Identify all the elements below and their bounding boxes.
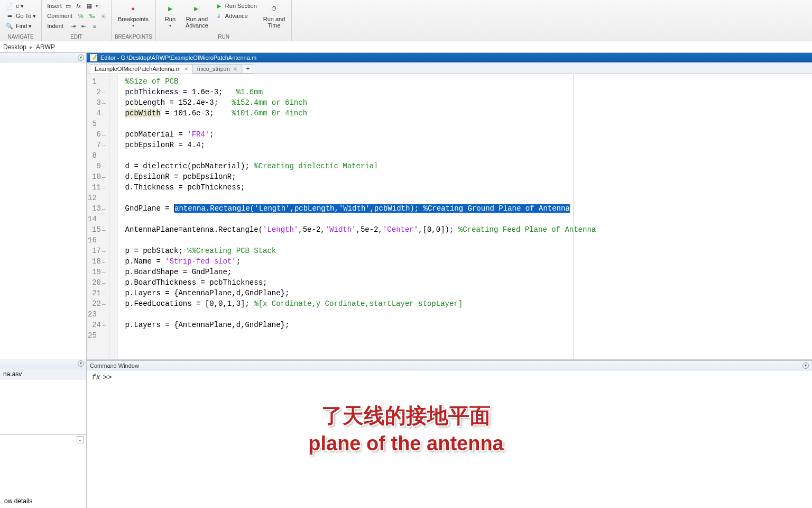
play-advance-icon: ▶| — [190, 2, 203, 15]
outdent-icon: ⇤ — [80, 22, 88, 30]
ribbon-toolbar: 📄e ▾ ➡Go To ▾ 🔍Find ▾ NAVIGATE Insert▭fx… — [0, 0, 812, 41]
run-section-button[interactable]: ▶Run Section — [213, 1, 259, 11]
main-area: ▾ ▾ na.asv ⌄ ow details 📝 Editor - G:\De… — [0, 53, 812, 508]
line-gutter: 1 2— 3— 4— 5 6— 7— 8 9— 10— 11— 12 13— 1… — [87, 74, 109, 359]
breakpoints-button[interactable]: ● Breakpoints▾ — [115, 1, 152, 29]
command-window[interactable]: fx >> — [87, 370, 812, 508]
command-prompt: >> — [103, 373, 112, 381]
editor-panel: 📝 Editor - G:\Desktop\ARWP\ExampleOfMicr… — [87, 53, 812, 508]
breadcrumb-item[interactable]: Desktop — [3, 43, 26, 51]
panel-header: ▾ — [0, 53, 86, 62]
group-label-run: RUN — [159, 33, 288, 41]
play-icon: ▶ — [164, 2, 177, 15]
current-folder-panel: ▾ ▾ na.asv ⌄ ow details — [0, 53, 87, 508]
panel-header: ▾ — [0, 359, 86, 368]
advance-icon: ⇓ — [215, 12, 223, 20]
clock-icon: ⏱ — [268, 2, 281, 15]
breakpoint-column[interactable] — [109, 74, 118, 359]
close-icon[interactable]: ✕ — [184, 66, 188, 72]
ribbon-group-edit: Insert▭fx▦▾ Comment % ‰ ⚹ Indent ⇥⇤≡ EDI… — [42, 0, 112, 41]
compare-icon: 📄 — [5, 2, 14, 10]
breadcrumb[interactable]: Desktop ▸ ARWP — [0, 41, 812, 53]
search-icon: 🔍 — [5, 22, 14, 30]
find-button[interactable]: 🔍Find ▾ — [3, 21, 38, 31]
details-panel: ⌄ — [0, 434, 86, 494]
comment-button[interactable]: Comment % ‰ ⚹ — [45, 11, 108, 21]
tab-inactive[interactable]: mico_strip.m✕ — [192, 64, 242, 74]
minimize-icon[interactable]: ▾ — [78, 360, 84, 367]
close-icon[interactable]: ✕ — [233, 66, 237, 72]
advance-button[interactable]: ⇓Advance — [213, 11, 259, 21]
indent-icon: ⇥ — [69, 22, 78, 30]
file-list[interactable] — [0, 62, 86, 359]
goto-button[interactable]: ➡Go To ▾ — [3, 11, 38, 21]
arrow-right-icon: ➡ — [5, 12, 14, 20]
chevron-down-icon[interactable]: ⌄ — [77, 436, 84, 443]
editor-title: Editor - G:\Desktop\ARWP\ExampleOfMicroP… — [100, 55, 256, 61]
group-label-breakpoints: BREAKPOINTS — [115, 33, 152, 41]
run-button[interactable]: ▶Run▾ — [159, 1, 181, 29]
ribbon-group-run: ▶Run▾ ▶|Run and Advance ▶Run Section ⇓Ad… — [156, 0, 292, 41]
code-area[interactable]: %Size of PCB pcbThickness = 1.6e-3; %1.6… — [118, 74, 812, 359]
chevron-right-icon: ▸ — [30, 43, 33, 51]
details-text: ow details — [0, 494, 86, 508]
fx-icon: fx — [91, 373, 100, 381]
breakpoint-icon: ● — [127, 2, 140, 15]
command-window-title: Command Window ▾ — [87, 361, 812, 370]
tabstrip: ExampleOfMicroPatchAntenna.m✕ mico_strip… — [87, 62, 812, 74]
indent-button[interactable]: Indent ⇥⇤≡ — [45, 21, 108, 31]
fx-icon: fx — [75, 2, 83, 10]
tab-active[interactable]: ExampleOfMicroPatchAntenna.m✕ — [90, 64, 193, 74]
smart-indent-icon: ≡ — [90, 22, 99, 30]
breadcrumb-item[interactable]: ARWP — [36, 43, 55, 51]
var-icon: ▦ — [85, 2, 94, 10]
minimize-icon[interactable]: ▾ — [78, 55, 84, 61]
compare-button[interactable]: 📄e ▾ — [3, 1, 38, 11]
editor-titlebar: 📝 Editor - G:\Desktop\ARWP\ExampleOfMicr… — [87, 53, 812, 62]
new-tab-button[interactable]: + — [243, 64, 253, 74]
minimize-icon[interactable]: ▾ — [802, 362, 809, 369]
ribbon-group-navigate: 📄e ▾ ➡Go To ▾ 🔍Find ▾ NAVIGATE — [0, 0, 42, 41]
group-label-navigate: NAVIGATE — [3, 33, 38, 41]
group-label-edit: EDIT — [45, 33, 108, 41]
section-icon: ▭ — [64, 2, 72, 10]
run-advance-button[interactable]: ▶|Run and Advance — [182, 1, 211, 30]
ribbon-group-breakpoints: ● Breakpoints▾ BREAKPOINTS — [112, 0, 156, 41]
editor-icon: 📝 — [90, 54, 97, 61]
run-time-button[interactable]: ⏱Run and Time — [260, 1, 289, 30]
insert-button[interactable]: Insert▭fx▦▾ — [45, 1, 108, 11]
play-section-icon: ▶ — [215, 2, 223, 10]
file-item[interactable]: na.asv — [0, 368, 86, 380]
code-editor[interactable]: 1 2— 3— 4— 5 6— 7— 8 9— 10— 11— 12 13— 1… — [87, 74, 812, 359]
